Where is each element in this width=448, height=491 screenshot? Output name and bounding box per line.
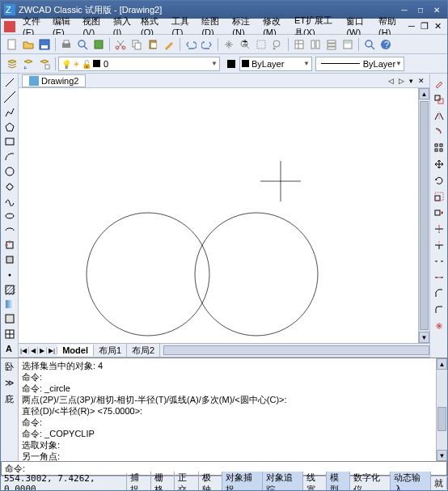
color-btn[interactable] bbox=[224, 57, 239, 71]
layout-nav-first[interactable]: |◀ bbox=[19, 347, 29, 354]
insert-icon[interactable] bbox=[2, 239, 17, 252]
gradient-icon[interactable] bbox=[2, 298, 17, 311]
status-toggle[interactable]: 正交 bbox=[175, 472, 198, 492]
layer-state-icon[interactable] bbox=[37, 57, 52, 71]
spline-icon[interactable] bbox=[2, 194, 17, 207]
pline-icon[interactable] bbox=[2, 106, 17, 119]
rotate-icon[interactable] bbox=[432, 173, 446, 188]
mdi-min[interactable]: ─ bbox=[405, 21, 418, 32]
cmd-scrollbar[interactable]: ▲ ▼ bbox=[436, 358, 447, 461]
status-toggle[interactable]: 数字化仪 bbox=[350, 472, 391, 492]
tab-next[interactable]: ▷ bbox=[397, 77, 406, 85]
mtext-icon[interactable]: A bbox=[2, 342, 17, 355]
scale-icon[interactable] bbox=[432, 189, 446, 204]
color-dropdown[interactable]: ByLayer ▼ bbox=[239, 57, 312, 71]
status-toggle[interactable]: 就 bbox=[431, 477, 447, 489]
save-icon[interactable] bbox=[37, 37, 52, 52]
undo-icon[interactable] bbox=[184, 37, 198, 52]
array-icon[interactable] bbox=[432, 141, 446, 155]
scroll-up-icon[interactable]: ▲ bbox=[437, 358, 447, 370]
toolpalette-icon[interactable] bbox=[324, 37, 339, 52]
status-toggle[interactable]: 线宽 bbox=[303, 472, 327, 492]
tab-layout2[interactable]: 布局2 bbox=[127, 344, 160, 358]
close-button[interactable]: ✕ bbox=[429, 4, 444, 15]
region-icon[interactable] bbox=[2, 312, 17, 325]
matchprop-icon[interactable] bbox=[162, 37, 176, 52]
ellipsearc-icon[interactable] bbox=[2, 224, 17, 237]
status-toggle[interactable]: 对象追踪 bbox=[263, 472, 303, 492]
status-coords[interactable]: 554.3002, 7.4262, 0.0000 bbox=[1, 473, 127, 492]
tab-dropdown[interactable]: ▾ bbox=[408, 77, 415, 85]
horizontal-scrollbar[interactable] bbox=[163, 345, 429, 355]
linetype-dropdown[interactable]: ByLayer ▼ bbox=[315, 57, 404, 71]
join-icon[interactable] bbox=[432, 270, 446, 285]
layout-nav-last[interactable]: ▶| bbox=[47, 347, 57, 354]
layer-prev-icon[interactable] bbox=[21, 57, 36, 71]
arc-icon[interactable] bbox=[2, 150, 17, 163]
move-icon[interactable] bbox=[432, 157, 446, 171]
publish-icon[interactable] bbox=[91, 37, 106, 52]
drawing-canvas[interactable]: X Y bbox=[19, 88, 418, 343]
scroll-down-icon[interactable]: ▼ bbox=[437, 450, 447, 461]
maximize-button[interactable]: □ bbox=[413, 4, 428, 15]
scroll-down-icon[interactable]: ▼ bbox=[419, 332, 429, 343]
zoom-win-icon[interactable] bbox=[254, 37, 268, 52]
block-icon[interactable] bbox=[2, 253, 17, 266]
copy2-icon[interactable] bbox=[432, 92, 446, 107]
cmd-btn3[interactable]: 庇 bbox=[2, 392, 17, 407]
explode-icon[interactable] bbox=[432, 319, 446, 333]
pan-icon[interactable] bbox=[222, 37, 236, 52]
cmd-btn2[interactable]: ≫ bbox=[2, 376, 17, 391]
xline-icon[interactable] bbox=[2, 91, 17, 104]
offset-icon[interactable] bbox=[432, 125, 446, 139]
status-toggle[interactable]: 栅格 bbox=[151, 472, 175, 492]
layout-nav-prev[interactable]: ◀ bbox=[29, 347, 38, 354]
status-toggle[interactable]: 动态输入 bbox=[391, 472, 431, 492]
paste-icon[interactable] bbox=[146, 37, 160, 52]
circle-icon[interactable] bbox=[2, 165, 17, 178]
print-icon[interactable] bbox=[59, 37, 74, 52]
ellipse-icon[interactable] bbox=[2, 209, 17, 222]
vertical-scrollbar[interactable]: ▲ ▼ bbox=[418, 88, 429, 343]
layout-nav-next[interactable]: ▶ bbox=[38, 347, 47, 354]
table-icon[interactable] bbox=[2, 328, 17, 341]
tab-model[interactable]: Model bbox=[57, 345, 94, 356]
designcenter-icon[interactable] bbox=[308, 37, 323, 52]
mirror-icon[interactable] bbox=[432, 108, 446, 123]
rectangle-icon[interactable] bbox=[2, 135, 17, 148]
erase-icon[interactable] bbox=[432, 76, 446, 91]
mdi-close[interactable]: ✕ bbox=[431, 21, 444, 32]
scroll-thumb[interactable] bbox=[437, 407, 446, 431]
new-icon[interactable] bbox=[5, 37, 19, 52]
scroll-thumb[interactable] bbox=[420, 101, 429, 330]
tab-layout1[interactable]: 布局1 bbox=[94, 344, 127, 358]
help-icon[interactable]: ? bbox=[378, 37, 393, 52]
status-toggle[interactable]: 极轴 bbox=[199, 472, 222, 492]
copy-icon[interactable] bbox=[129, 37, 144, 52]
status-toggle[interactable]: 模型 bbox=[327, 472, 350, 492]
tab-close[interactable]: ✕ bbox=[416, 77, 426, 85]
cmd-btn1[interactable]: 卧 bbox=[2, 360, 17, 375]
layer-dropdown[interactable]: 💡☀🔓 0 ▼ bbox=[58, 57, 220, 71]
status-toggle[interactable]: 捕捉 bbox=[127, 472, 150, 492]
cut-icon[interactable] bbox=[113, 37, 128, 52]
point-icon[interactable] bbox=[2, 268, 17, 281]
revcloud-icon[interactable] bbox=[2, 180, 17, 193]
zoom-rt-icon[interactable]: ± bbox=[238, 37, 252, 52]
status-toggle[interactable]: 对象捕捉 bbox=[222, 472, 263, 492]
trim-icon[interactable] bbox=[432, 222, 446, 236]
layer-mgr-icon[interactable] bbox=[5, 57, 19, 71]
command-log-text[interactable]: 选择集当中的对象: 4 命令: 命令: _circle 两点(2P)/三点(3P… bbox=[19, 358, 436, 461]
preview-icon[interactable] bbox=[75, 37, 90, 52]
break-icon[interactable] bbox=[432, 254, 446, 269]
extend-icon[interactable] bbox=[432, 238, 446, 252]
mdi-restore[interactable]: ❐ bbox=[418, 21, 431, 32]
fillet-icon[interactable] bbox=[432, 303, 446, 317]
calc-icon[interactable] bbox=[340, 37, 355, 52]
line-icon[interactable] bbox=[2, 76, 17, 89]
properties-icon[interactable] bbox=[292, 37, 306, 52]
stretch-icon[interactable] bbox=[432, 205, 446, 220]
zoom-prev-icon[interactable] bbox=[270, 37, 285, 52]
scroll-up-icon[interactable]: ▲ bbox=[419, 88, 429, 99]
open-icon[interactable] bbox=[21, 37, 36, 52]
